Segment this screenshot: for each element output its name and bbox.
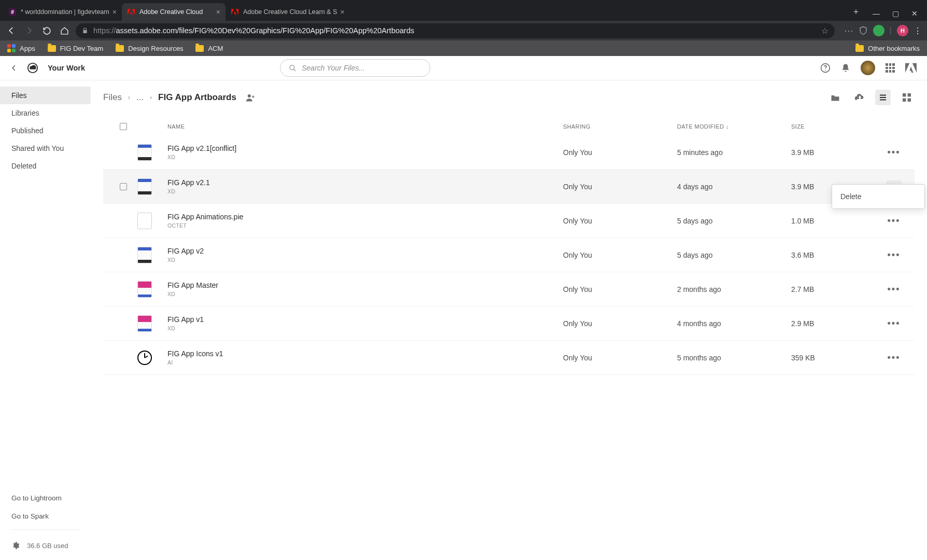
- file-name: FIG App v2.1: [167, 178, 563, 187]
- context-menu-delete[interactable]: Delete: [832, 188, 924, 205]
- file-thumbnail: [137, 213, 167, 229]
- context-menu: Delete: [832, 184, 925, 209]
- sidebar-item-deleted[interactable]: Deleted: [0, 157, 91, 175]
- row-actions-button[interactable]: •••: [886, 317, 902, 330]
- nav-home-icon[interactable]: [58, 24, 71, 37]
- svg-rect-5: [903, 93, 906, 96]
- lock-icon: [82, 27, 88, 34]
- window-close[interactable]: ✕: [911, 9, 918, 18]
- file-thumbnail: [137, 144, 167, 161]
- storage-usage[interactable]: 36.6 GB used: [11, 534, 79, 550]
- tab-title: Adobe Creative Cloud Learn & S: [243, 8, 337, 16]
- select-all-checkbox[interactable]: [120, 123, 127, 130]
- creative-cloud-logo-icon[interactable]: [27, 62, 38, 74]
- sidebar-item-libraries[interactable]: Libraries: [0, 104, 91, 122]
- new-tab-button[interactable]: +: [849, 5, 863, 19]
- list-view-button[interactable]: [875, 90, 891, 105]
- sidebar-item-shared-with-you[interactable]: Shared with You: [0, 139, 91, 157]
- table-row[interactable]: FIG App Animations.pieOCTETOnly You5 day…: [103, 204, 915, 238]
- ext-green-icon[interactable]: [873, 25, 884, 36]
- browser-tab[interactable]: #* worlddomination | figdevteam×: [3, 3, 122, 21]
- tab-close-icon[interactable]: ×: [109, 8, 117, 16]
- bookmark-folder-design[interactable]: Design Resources: [116, 45, 183, 52]
- sidebar-link-spark[interactable]: Go to Spark: [11, 507, 79, 525]
- user-avatar[interactable]: [861, 61, 875, 75]
- browser-tab[interactable]: Adobe Creative Cloud Learn & S×: [226, 3, 350, 21]
- upload-icon[interactable]: [851, 90, 867, 105]
- table-row[interactable]: FIG App v2XDOnly You5 days ago3.6 MB•••: [103, 238, 915, 272]
- file-thumbnail: [137, 315, 167, 332]
- window-maximize[interactable]: ▢: [892, 9, 899, 18]
- file-sharing: Only You: [563, 354, 677, 362]
- grid-view-button[interactable]: [899, 90, 915, 105]
- ext-shield-icon[interactable]: [859, 26, 868, 35]
- chevron-right-icon: ›: [128, 94, 130, 101]
- svg-rect-7: [903, 99, 906, 102]
- help-icon[interactable]: [820, 63, 831, 73]
- browser-tab[interactable]: Adobe Creative Cloud×: [122, 3, 226, 21]
- col-name[interactable]: NAME: [167, 123, 563, 130]
- breadcrumb-mid[interactable]: ...: [136, 92, 144, 103]
- breadcrumb-root[interactable]: Files: [103, 92, 122, 103]
- file-size: 3.9 MB: [791, 148, 879, 157]
- nav-reload-icon[interactable]: [40, 24, 53, 37]
- file-thumbnail: [137, 351, 167, 365]
- svg-point-3: [825, 69, 826, 71]
- table-row[interactable]: FIG App v2.1[conflict]XDOnly You5 minute…: [103, 135, 915, 170]
- bookmark-folder-acm[interactable]: ACM: [195, 45, 223, 52]
- table-row[interactable]: FIG App MasterXDOnly You2 months ago2.7 …: [103, 272, 915, 306]
- svg-rect-8: [908, 99, 911, 102]
- row-actions-button[interactable]: •••: [886, 283, 902, 296]
- notifications-icon[interactable]: [841, 63, 850, 73]
- window-controls: — ▢ ✕: [863, 9, 927, 21]
- sidebar-item-files[interactable]: Files: [0, 87, 91, 104]
- row-checkbox[interactable]: [120, 183, 127, 190]
- tab-favicon-icon: #: [8, 8, 17, 16]
- ext-icon[interactable]: ⋯: [844, 25, 853, 36]
- file-sharing: Only You: [563, 183, 677, 191]
- chrome-menu-icon[interactable]: ⋮: [914, 26, 922, 36]
- tab-close-icon[interactable]: ×: [213, 8, 220, 16]
- file-size: 2.9 MB: [791, 319, 879, 328]
- table-row[interactable]: FIG App v2.1XDOnly You4 days ago3.9 MB••…: [103, 170, 915, 204]
- col-sharing[interactable]: SHARING: [563, 123, 677, 130]
- bookmark-folder-figdev[interactable]: FIG Dev Team: [48, 45, 104, 52]
- search-input[interactable]: Search Your Files...: [280, 59, 430, 77]
- adobe-logo-icon[interactable]: [905, 63, 917, 73]
- nav-forward-icon[interactable]: [23, 24, 35, 37]
- bookmark-star-icon[interactable]: ☆: [821, 26, 828, 36]
- col-date[interactable]: DATE MODIFIED ↓: [677, 123, 791, 130]
- table-row[interactable]: FIG App v1XDOnly You4 months ago2.9 MB••…: [103, 306, 915, 341]
- nav-back-icon[interactable]: [5, 24, 18, 37]
- app-switcher-icon[interactable]: [886, 63, 895, 73]
- file-name: FIG App v1: [167, 315, 563, 324]
- file-type: OCTET: [167, 222, 563, 229]
- file-date: 5 minutes ago: [677, 148, 791, 157]
- sidebar-link-lightroom[interactable]: Go to Lightroom: [11, 489, 79, 507]
- add-people-icon[interactable]: [246, 93, 255, 102]
- row-actions-button[interactable]: •••: [886, 146, 902, 159]
- table-row[interactable]: FIG App Icons v1AIOnly You5 months ago35…: [103, 341, 915, 375]
- tab-close-icon[interactable]: ×: [337, 8, 344, 16]
- file-type: AI: [167, 359, 563, 366]
- address-bar[interactable]: https://assets.adobe.com/files/FIG%20Dev…: [76, 23, 835, 38]
- window-minimize[interactable]: —: [873, 9, 880, 18]
- apps-grid-icon: [7, 44, 16, 52]
- row-actions-button[interactable]: •••: [886, 215, 902, 227]
- other-bookmarks[interactable]: Other bookmarks: [855, 45, 920, 52]
- file-thumbnail: [137, 178, 167, 195]
- col-size[interactable]: SIZE: [791, 123, 879, 130]
- file-date: 5 days ago: [677, 217, 791, 225]
- row-actions-button[interactable]: •••: [886, 249, 902, 261]
- search-icon: [289, 64, 297, 72]
- sidebar-item-published[interactable]: Published: [0, 122, 91, 139]
- bookmark-apps[interactable]: Apps: [7, 44, 35, 52]
- breadcrumb: Files › ... › FIG App Artboards: [103, 92, 255, 103]
- tab-favicon-icon: [127, 8, 135, 16]
- file-date: 4 months ago: [677, 319, 791, 328]
- row-actions-button[interactable]: •••: [886, 352, 902, 364]
- file-sharing: Only You: [563, 319, 677, 328]
- new-folder-icon[interactable]: [827, 90, 843, 105]
- profile-avatar[interactable]: H: [897, 25, 908, 36]
- cc-back-icon[interactable]: [10, 64, 18, 72]
